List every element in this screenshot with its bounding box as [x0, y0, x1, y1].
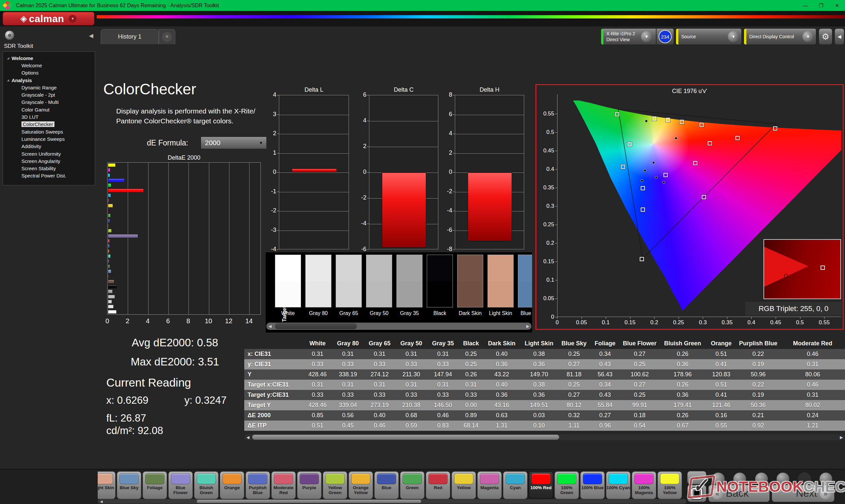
logo-menu-caret-icon[interactable]: ▼ [69, 15, 76, 23]
scroll-right-icon[interactable]: ▶ [524, 323, 531, 330]
patch-button-green[interactable]: Green [400, 471, 424, 499]
patch-button-blue[interactable]: Blue [374, 471, 399, 499]
table-cell: 0.27 [620, 350, 659, 358]
toolbar-round-button-5[interactable] [798, 472, 811, 486]
sidebar-item-dynamic-range[interactable]: Dynamic Range [3, 84, 95, 91]
patch-color-chip [300, 473, 319, 484]
patch-button-blue-flower[interactable]: Blue Flower [168, 471, 193, 499]
close-button[interactable]: ✕ [829, 0, 845, 11]
sidebar-collapse-icon[interactable]: ◀ [87, 32, 96, 40]
tab-history-1[interactable]: History 1 [101, 29, 159, 44]
source-dropdown[interactable]: Source ▼ [676, 29, 742, 45]
toolbar-round-button-2[interactable] [733, 472, 746, 486]
column-header-black: Black [459, 340, 483, 347]
sidebar-item-luminance-sweeps[interactable]: Luminance Sweeps [3, 135, 95, 143]
settings-gear-button[interactable]: ⚙ [818, 29, 832, 45]
sidebar-item-analysis[interactable]: ◢Analysis [3, 76, 95, 84]
sidebar-item-welcome[interactable]: Welcome [3, 62, 95, 69]
toolbar-round-button-4[interactable] [776, 472, 790, 486]
patch-button-bluish-green[interactable]: Bluish Green [194, 471, 218, 499]
patch-button-100-green[interactable]: 100% Green [554, 471, 579, 499]
scrollbar-thumb[interactable] [275, 323, 357, 329]
add-tab-button[interactable]: + [159, 29, 175, 44]
panel-collapse-button[interactable]: ◀ [834, 29, 844, 45]
table-scrollbar[interactable]: ◀ ▶ [244, 434, 845, 440]
sidebar-item-screen-uniformity[interactable]: Screen Uniformity [3, 150, 95, 157]
display-control-dropdown[interactable]: Direct Display Control ▼ [744, 29, 816, 45]
patch-button-light-skin[interactable]: Light Skin [98, 471, 116, 499]
sidebar-item-welcome[interactable]: ◢Welcome [3, 54, 95, 62]
stop-measure-button[interactable] [687, 485, 706, 502]
collapse-up-button[interactable]: ▲ [687, 471, 706, 484]
tick-mark [555, 262, 557, 262]
swatch-strip-scrollbar[interactable]: ◀ ▶ [266, 323, 531, 330]
patch-button-magenta[interactable]: Magenta [477, 471, 502, 499]
maximize-button[interactable]: ❐ [813, 0, 829, 11]
scrollbar-thumb[interactable] [197, 500, 421, 503]
scroll-left-icon[interactable]: ◀ [244, 434, 251, 440]
patch-button-orange-yellow[interactable]: Orange Yellow [349, 471, 373, 499]
sidebar-item-colorchecker[interactable]: ColorChecker [3, 121, 95, 128]
patch-button-label: 100% Green [555, 485, 579, 495]
sidebar-item-options[interactable]: Options [3, 69, 95, 76]
patch-button-label: Cyan [504, 485, 527, 490]
chevron-down-icon: ▼ [728, 31, 739, 42]
sidebar-item-grayscale-2pt[interactable]: Grayscale - 2pt [3, 91, 95, 98]
sidebar-item-additivity[interactable]: Additivity [3, 143, 95, 150]
y-tick-label: -4 [437, 207, 452, 214]
table-cell: 338.19 [332, 371, 364, 378]
patch-button-100-cyan[interactable]: 100% Cyan [606, 471, 631, 499]
patch-button-100-blue[interactable]: 100% Blue [580, 471, 605, 499]
patch-button-blue-sky[interactable]: Blue Sky [117, 471, 141, 499]
patch-button-moderate-red[interactable]: Moderate Red [271, 471, 296, 499]
patch-button-cyan[interactable]: Cyan [503, 471, 527, 499]
scroll-left-icon[interactable]: ◀ [98, 499, 105, 504]
sidebar-item-color-gamut[interactable]: Color Gamut [3, 106, 95, 113]
patch-button-purplish-blue[interactable]: Purplish Blue [246, 471, 270, 499]
sidebar-item-screen-stability[interactable]: Screen Stability [3, 165, 95, 172]
patch-button-yellow-green[interactable]: Yellow Green [323, 471, 347, 499]
patch-strip-scrollbar[interactable]: ◀ [98, 499, 687, 504]
sidebar-item-screen-angularity[interactable]: Screen Angularity [3, 157, 95, 165]
sidebar-item-saturation-sweeps[interactable]: Saturation Sweeps [3, 128, 95, 135]
minimize-button[interactable]: — [797, 0, 813, 11]
scroll-right-icon[interactable]: ▶ [838, 434, 845, 440]
toolbar-round-button-1[interactable] [712, 472, 725, 486]
patch-button-yellow[interactable]: Yellow [452, 471, 476, 499]
calman-logo-button[interactable]: ◈ calman ▼ [3, 12, 94, 25]
back-button[interactable]: « Back [708, 485, 770, 502]
sidebar-item-3d-lut[interactable]: 3D LUT [3, 113, 95, 120]
cdm2-label: cd/m²: [106, 425, 135, 436]
meter-count-badge[interactable]: 234 [658, 30, 672, 43]
patch-button-red[interactable]: Red [426, 471, 450, 499]
meter-dropdown[interactable]: X-Rite i1Pro 2 Direct View ▼ 234 [601, 29, 674, 45]
sidebar-orb-button[interactable] [5, 30, 15, 40]
next-button[interactable]: Next » [772, 485, 834, 502]
sidebar-item-grayscale-multi[interactable]: Grayscale - Multi [3, 98, 95, 106]
title-bar: Calman 2025 Calman Ultimate for Business… [0, 0, 845, 11]
toolbar-round-button-3[interactable] [755, 472, 768, 486]
sidebar-item-spectral-power-dist-[interactable]: Spectral Power Dist. [3, 172, 95, 179]
tree-collapse-icon[interactable]: ◢ [7, 56, 12, 60]
tree-collapse-icon[interactable]: ◢ [7, 78, 12, 82]
patch-button-orange[interactable]: Orange [220, 471, 244, 499]
table-cell: 0.56 [332, 412, 364, 419]
patch-color-chip [454, 473, 473, 484]
patch-button-100-magenta[interactable]: 100% Magenta [632, 471, 656, 499]
de-bar-gray-50 [108, 295, 115, 299]
patch-button-foliage[interactable]: Foliage [143, 471, 167, 499]
deltae-chart-title: DeltaE 2000 [107, 155, 261, 161]
toolbar-round-button-6[interactable] [819, 472, 832, 486]
table-cell: 0.43 [590, 361, 620, 368]
scrollbar-thumb[interactable] [252, 435, 559, 440]
tick-mark [582, 317, 582, 319]
table-cell: 1.11 [558, 422, 590, 429]
row-label: ΔE ITP [244, 422, 303, 429]
actual-swatch [366, 255, 392, 281]
patch-button-100-red[interactable]: 100% Red [529, 471, 553, 499]
scroll-left-icon[interactable]: ◀ [266, 323, 274, 330]
row-label: x: CIE31 [244, 350, 303, 358]
de-formula-dropdown[interactable]: 2000 ▼ [201, 137, 267, 149]
patch-button-100-yellow[interactable]: 100% Yellow [657, 471, 682, 499]
patch-button-purple[interactable]: Purple [297, 471, 321, 499]
